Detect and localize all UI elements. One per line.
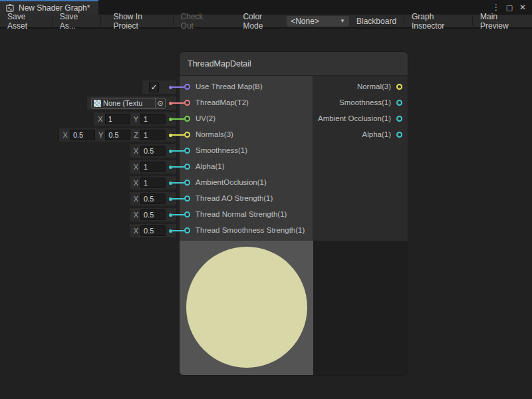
value-field[interactable]: 0.5	[70, 130, 95, 140]
window-maximize-icon[interactable]: ▢	[504, 3, 515, 12]
node-preview	[180, 241, 408, 375]
input-port[interactable]	[184, 116, 190, 122]
input-port[interactable]	[184, 148, 190, 154]
value-field[interactable]: 1	[140, 114, 166, 124]
output-port[interactable]	[396, 84, 402, 90]
input-row: ThreadMap(T2)	[180, 94, 313, 110]
output-port[interactable]	[396, 116, 402, 122]
port-connector-wire	[170, 150, 185, 152]
port-connector-wire	[170, 166, 185, 168]
value-field[interactable]: 0.5	[140, 146, 166, 156]
output-row: Alpha(1)	[313, 126, 408, 142]
node-preview-image	[180, 241, 313, 375]
axis-label: Y	[134, 115, 138, 123]
window-menu-icon[interactable]: ⋮	[491, 3, 501, 12]
show-in-project-button[interactable]: Show In Project	[106, 15, 172, 27]
output-row: Normal(3)	[313, 78, 408, 94]
port-connector-wire	[170, 134, 185, 136]
input-default-widget: X0.5Y0.5Z1	[59, 128, 177, 142]
color-mode-label: Color Mode	[240, 12, 287, 31]
node-preview-background	[313, 241, 408, 375]
axis-label: X	[134, 211, 138, 219]
main-preview-toggle-button[interactable]: Main Preview	[473, 15, 532, 27]
node-body: Use Thread Map(B)ThreadMap(T2)UV(2)Norma…	[180, 76, 408, 241]
texture-object-field[interactable]: None (Textu⊙	[91, 98, 166, 109]
input-port[interactable]	[184, 180, 190, 186]
use-thread-map-checkbox[interactable]: ✓	[149, 82, 159, 92]
node-header[interactable]: ThreadMapDetail	[180, 52, 408, 76]
axis-label: X	[98, 115, 102, 123]
port-connector-wire	[170, 214, 185, 215]
graph-canvas[interactable]: ThreadMapDetail Use Thread Map(B)ThreadM…	[0, 29, 532, 399]
input-port[interactable]	[184, 227, 190, 233]
output-port-label: Alpha(1)	[362, 130, 391, 138]
input-port[interactable]	[184, 196, 190, 201]
axis-label: X	[134, 195, 138, 203]
input-row: Normals(3)	[180, 126, 313, 142]
port-connector-wire	[170, 182, 185, 184]
input-port-label: Use Thread Map(B)	[196, 82, 263, 90]
node-output-column: Normal(3)Smoothness(1)Ambient Occlusion(…	[313, 76, 408, 241]
input-port-label: Thread AO Strength(1)	[196, 194, 273, 202]
texture-thumbnail-icon	[94, 100, 101, 107]
input-port[interactable]	[184, 164, 190, 170]
value-field[interactable]: 0.5	[140, 225, 166, 236]
output-port[interactable]	[396, 100, 402, 106]
color-mode-value: <None>	[291, 17, 319, 26]
value-field[interactable]: 0.5	[105, 130, 130, 140]
input-port-label: Thread Smoothness Strength(1)	[196, 226, 305, 234]
value-field[interactable]: 1	[140, 162, 166, 172]
port-connector-wire	[170, 102, 185, 104]
input-row: AmbientOcclusion(1)	[180, 174, 313, 190]
value-field[interactable]: 0.5	[140, 209, 166, 220]
input-port[interactable]	[184, 84, 190, 90]
output-port-label: Smoothness(1)	[339, 98, 391, 106]
output-port[interactable]	[396, 132, 402, 138]
object-picker-icon[interactable]: ⊙	[155, 98, 165, 108]
input-port[interactable]	[184, 211, 190, 217]
input-row: Thread AO Strength(1)	[180, 190, 313, 206]
input-port[interactable]	[184, 100, 190, 106]
axis-label: X	[134, 163, 138, 171]
input-port-label: Thread Normal Strength(1)	[196, 210, 287, 218]
shader-node-threadmapdetail[interactable]: ThreadMapDetail Use Thread Map(B)ThreadM…	[180, 52, 408, 375]
input-row: Alpha(1)	[180, 158, 313, 174]
preview-sphere	[186, 247, 307, 368]
toolbar: Save Asset Save As... Show In Project Ch…	[0, 15, 532, 29]
axis-label: X	[134, 227, 138, 235]
input-port[interactable]	[184, 132, 190, 138]
save-asset-button[interactable]: Save Asset	[0, 15, 52, 27]
value-field[interactable]: 1	[140, 130, 166, 140]
window-close-icon[interactable]: ✕	[517, 3, 528, 12]
axis-label: X	[134, 147, 138, 155]
axis-label: X	[63, 131, 68, 139]
value-field[interactable]: 1	[105, 114, 130, 124]
input-port-label: UV(2)	[196, 114, 215, 122]
axis-label: X	[134, 179, 138, 187]
port-connector-wire	[170, 86, 185, 88]
toolbar-separator	[100, 16, 101, 26]
input-port-label: AmbientOcclusion(1)	[196, 178, 267, 186]
value-field[interactable]: 1	[140, 178, 166, 188]
color-mode-dropdown[interactable]: <None> ▼	[287, 16, 349, 27]
input-port-label: ThreadMap(T2)	[196, 98, 249, 106]
value-field[interactable]: 0.5	[140, 194, 166, 204]
input-row: Use Thread Map(B)	[180, 78, 313, 94]
output-row: Ambient Occlusion(1)	[313, 110, 408, 126]
axis-label: Z	[134, 131, 138, 139]
chevron-down-icon: ▼	[340, 18, 345, 24]
output-port-label: Ambient Occlusion(1)	[318, 114, 391, 122]
input-default-widget: X1Y1	[93, 112, 177, 126]
texture-object-value: None (Textu	[103, 99, 155, 107]
input-row: UV(2)	[180, 110, 313, 126]
graph-inspector-toggle-button[interactable]: Graph Inspector	[404, 15, 472, 27]
output-row: Smoothness(1)	[313, 94, 408, 110]
input-row: Thread Normal Strength(1)	[180, 206, 313, 222]
node-input-column: Use Thread Map(B)ThreadMap(T2)UV(2)Norma…	[180, 76, 313, 241]
node-title: ThreadMapDetail	[188, 59, 251, 68]
save-as-button[interactable]: Save As...	[53, 15, 100, 27]
port-connector-wire	[170, 230, 185, 231]
output-port-label: Normal(3)	[357, 82, 391, 90]
blackboard-toggle-button[interactable]: Blackboard	[349, 15, 404, 27]
port-connector-wire	[170, 198, 185, 200]
